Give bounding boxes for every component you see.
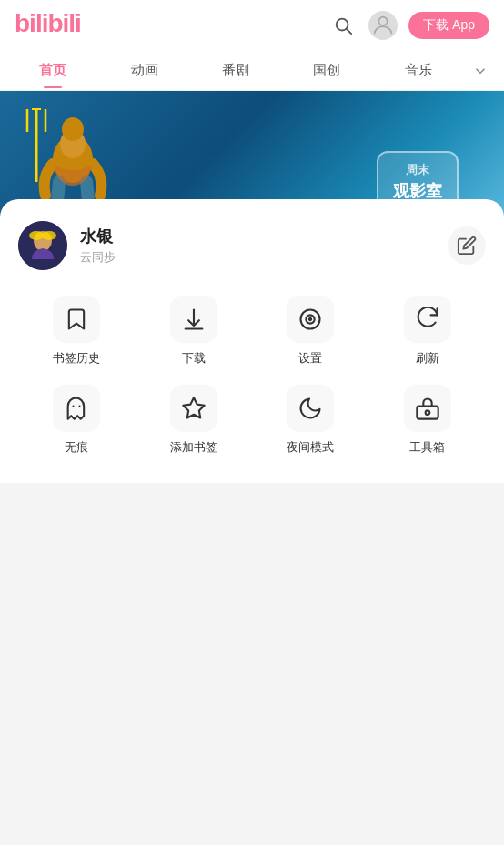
settings-icon: [287, 296, 334, 343]
tab-music[interactable]: 音乐: [373, 53, 464, 88]
add-bookmark-label: 添加书签: [170, 439, 217, 456]
menu-grid: 书签历史 下载: [18, 296, 486, 456]
moon-icon: [287, 385, 334, 432]
menu-item-toolbox[interactable]: 工具箱: [369, 385, 487, 456]
nav-tabs: 首页 动画 番剧 国创 音乐: [0, 51, 504, 91]
svg-point-38: [425, 411, 429, 416]
popup-container: 水银 云同步 书签历史: [0, 465, 504, 483]
tab-home[interactable]: 首页: [7, 53, 98, 88]
svg-marker-36: [183, 398, 204, 418]
bookmark-label: 书签历史: [53, 350, 100, 367]
refresh-icon: [404, 296, 451, 343]
night-mode-label: 夜间模式: [287, 439, 334, 456]
star-icon: [170, 385, 217, 432]
download-app-button[interactable]: 下载 App: [408, 12, 489, 39]
toolbox-icon: [404, 385, 451, 432]
menu-item-refresh[interactable]: 刷新: [369, 296, 487, 367]
menu-item-settings[interactable]: 设置: [252, 296, 369, 367]
user-name: 水银: [80, 226, 116, 247]
settings-label: 设置: [298, 350, 322, 367]
tab-series[interactable]: 番剧: [190, 53, 281, 88]
menu-item-night-mode[interactable]: 夜间模式: [252, 385, 369, 456]
svg-text:bilibili: bilibili: [15, 9, 81, 37]
nav-more-button[interactable]: [464, 63, 497, 79]
download-icon: [170, 296, 217, 343]
user-text: 水银 云同步: [80, 226, 116, 266]
user-info: 水银 云同步: [18, 221, 116, 270]
header-actions: 下载 App: [328, 11, 489, 40]
ghost-icon: [53, 385, 100, 432]
svg-point-35: [309, 318, 311, 320]
popup-sheet: 水银 云同步 书签历史: [0, 199, 504, 483]
svg-rect-37: [417, 407, 438, 419]
tab-animation[interactable]: 动画: [98, 53, 189, 88]
logo-svg: bilibili: [15, 6, 96, 39]
avatar: [18, 221, 67, 270]
refresh-label: 刷新: [416, 350, 439, 367]
user-sync: 云同步: [80, 249, 116, 266]
edit-profile-button[interactable]: [448, 226, 486, 265]
svg-line-2: [347, 29, 351, 34]
menu-item-bookmark[interactable]: 书签历史: [18, 296, 136, 367]
incognito-label: 无痕: [65, 439, 88, 456]
bilibili-logo: bilibili: [15, 6, 96, 45]
menu-item-add-bookmark[interactable]: 添加书签: [136, 385, 253, 456]
header: bilibili 下载 App: [0, 0, 504, 51]
svg-point-3: [379, 17, 388, 25]
toolbox-label: 工具箱: [409, 439, 445, 456]
svg-point-10: [62, 117, 84, 141]
menu-item-download[interactable]: 下载: [136, 296, 253, 367]
svg-point-31: [29, 231, 44, 240]
user-avatar-header[interactable]: [368, 11, 398, 40]
menu-item-incognito[interactable]: 无痕: [18, 385, 136, 456]
bookmark-icon: [53, 296, 100, 343]
tab-domestic[interactable]: 国创: [281, 53, 372, 88]
download-label: 下载: [182, 350, 206, 367]
svg-point-32: [42, 231, 56, 240]
user-section: 水银 云同步: [18, 221, 486, 270]
search-button[interactable]: [328, 11, 358, 40]
